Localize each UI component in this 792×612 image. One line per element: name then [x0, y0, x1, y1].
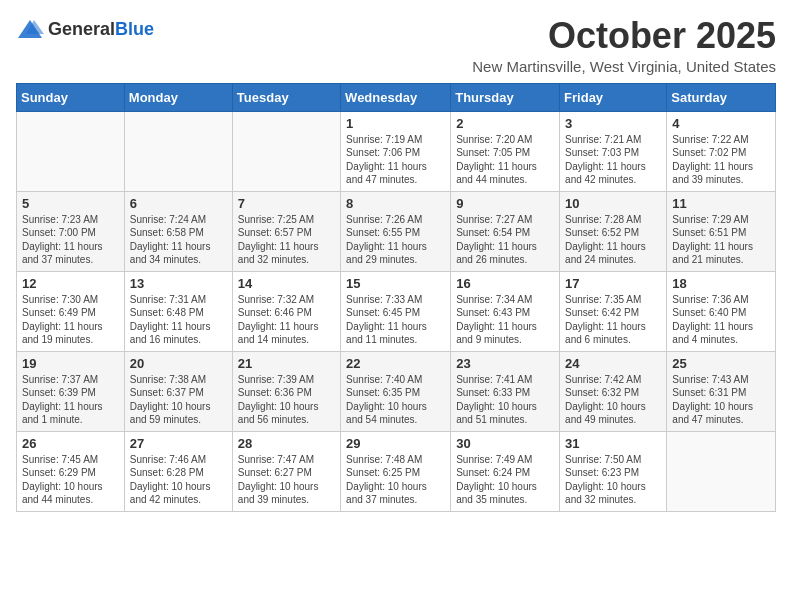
- weekday-header-sunday: Sunday: [17, 83, 125, 111]
- day-number: 20: [130, 356, 227, 371]
- day-number: 11: [672, 196, 770, 211]
- day-info: Sunrise: 7:31 AM Sunset: 6:48 PM Dayligh…: [130, 293, 227, 347]
- day-number: 22: [346, 356, 445, 371]
- day-info: Sunrise: 7:37 AM Sunset: 6:39 PM Dayligh…: [22, 373, 119, 427]
- day-info: Sunrise: 7:35 AM Sunset: 6:42 PM Dayligh…: [565, 293, 661, 347]
- calendar-day-cell: 7Sunrise: 7:25 AM Sunset: 6:57 PM Daylig…: [232, 191, 340, 271]
- calendar-week-row: 12Sunrise: 7:30 AM Sunset: 6:49 PM Dayli…: [17, 271, 776, 351]
- day-info: Sunrise: 7:28 AM Sunset: 6:52 PM Dayligh…: [565, 213, 661, 267]
- day-info: Sunrise: 7:25 AM Sunset: 6:57 PM Dayligh…: [238, 213, 335, 267]
- day-number: 12: [22, 276, 119, 291]
- day-number: 1: [346, 116, 445, 131]
- calendar-day-cell: 26Sunrise: 7:45 AM Sunset: 6:29 PM Dayli…: [17, 431, 125, 511]
- day-info: Sunrise: 7:29 AM Sunset: 6:51 PM Dayligh…: [672, 213, 770, 267]
- weekday-header-thursday: Thursday: [451, 83, 560, 111]
- calendar-day-cell: [124, 111, 232, 191]
- calendar-day-cell: 8Sunrise: 7:26 AM Sunset: 6:55 PM Daylig…: [341, 191, 451, 271]
- day-number: 21: [238, 356, 335, 371]
- calendar-day-cell: 1Sunrise: 7:19 AM Sunset: 7:06 PM Daylig…: [341, 111, 451, 191]
- calendar-day-cell: 14Sunrise: 7:32 AM Sunset: 6:46 PM Dayli…: [232, 271, 340, 351]
- calendar-day-cell: 19Sunrise: 7:37 AM Sunset: 6:39 PM Dayli…: [17, 351, 125, 431]
- page-subtitle: New Martinsville, West Virginia, United …: [472, 58, 776, 75]
- day-info: Sunrise: 7:39 AM Sunset: 6:36 PM Dayligh…: [238, 373, 335, 427]
- calendar-day-cell: 25Sunrise: 7:43 AM Sunset: 6:31 PM Dayli…: [667, 351, 776, 431]
- day-number: 13: [130, 276, 227, 291]
- day-info: Sunrise: 7:45 AM Sunset: 6:29 PM Dayligh…: [22, 453, 119, 507]
- logo: GeneralBlue: [16, 16, 154, 44]
- day-info: Sunrise: 7:33 AM Sunset: 6:45 PM Dayligh…: [346, 293, 445, 347]
- calendar-day-cell: [17, 111, 125, 191]
- calendar-day-cell: 18Sunrise: 7:36 AM Sunset: 6:40 PM Dayli…: [667, 271, 776, 351]
- page-header: GeneralBlue October 2025 New Martinsvill…: [16, 16, 776, 75]
- logo-general: GeneralBlue: [48, 20, 154, 40]
- calendar-day-cell: [232, 111, 340, 191]
- day-number: 19: [22, 356, 119, 371]
- day-info: Sunrise: 7:48 AM Sunset: 6:25 PM Dayligh…: [346, 453, 445, 507]
- calendar-week-row: 19Sunrise: 7:37 AM Sunset: 6:39 PM Dayli…: [17, 351, 776, 431]
- day-number: 14: [238, 276, 335, 291]
- calendar-day-cell: 23Sunrise: 7:41 AM Sunset: 6:33 PM Dayli…: [451, 351, 560, 431]
- day-info: Sunrise: 7:23 AM Sunset: 7:00 PM Dayligh…: [22, 213, 119, 267]
- day-info: Sunrise: 7:36 AM Sunset: 6:40 PM Dayligh…: [672, 293, 770, 347]
- day-number: 27: [130, 436, 227, 451]
- weekday-header-row: SundayMondayTuesdayWednesdayThursdayFrid…: [17, 83, 776, 111]
- calendar-day-cell: 28Sunrise: 7:47 AM Sunset: 6:27 PM Dayli…: [232, 431, 340, 511]
- calendar-day-cell: [667, 431, 776, 511]
- day-info: Sunrise: 7:50 AM Sunset: 6:23 PM Dayligh…: [565, 453, 661, 507]
- calendar-day-cell: 24Sunrise: 7:42 AM Sunset: 6:32 PM Dayli…: [560, 351, 667, 431]
- weekday-header-monday: Monday: [124, 83, 232, 111]
- day-info: Sunrise: 7:40 AM Sunset: 6:35 PM Dayligh…: [346, 373, 445, 427]
- calendar-week-row: 5Sunrise: 7:23 AM Sunset: 7:00 PM Daylig…: [17, 191, 776, 271]
- day-number: 10: [565, 196, 661, 211]
- day-info: Sunrise: 7:21 AM Sunset: 7:03 PM Dayligh…: [565, 133, 661, 187]
- calendar-day-cell: 30Sunrise: 7:49 AM Sunset: 6:24 PM Dayli…: [451, 431, 560, 511]
- calendar-day-cell: 10Sunrise: 7:28 AM Sunset: 6:52 PM Dayli…: [560, 191, 667, 271]
- day-info: Sunrise: 7:27 AM Sunset: 6:54 PM Dayligh…: [456, 213, 554, 267]
- day-info: Sunrise: 7:41 AM Sunset: 6:33 PM Dayligh…: [456, 373, 554, 427]
- calendar-table: SundayMondayTuesdayWednesdayThursdayFrid…: [16, 83, 776, 512]
- calendar-day-cell: 2Sunrise: 7:20 AM Sunset: 7:05 PM Daylig…: [451, 111, 560, 191]
- day-info: Sunrise: 7:42 AM Sunset: 6:32 PM Dayligh…: [565, 373, 661, 427]
- day-info: Sunrise: 7:49 AM Sunset: 6:24 PM Dayligh…: [456, 453, 554, 507]
- calendar-day-cell: 6Sunrise: 7:24 AM Sunset: 6:58 PM Daylig…: [124, 191, 232, 271]
- day-number: 26: [22, 436, 119, 451]
- day-number: 15: [346, 276, 445, 291]
- day-number: 5: [22, 196, 119, 211]
- calendar-week-row: 26Sunrise: 7:45 AM Sunset: 6:29 PM Dayli…: [17, 431, 776, 511]
- day-number: 23: [456, 356, 554, 371]
- day-number: 2: [456, 116, 554, 131]
- calendar-day-cell: 3Sunrise: 7:21 AM Sunset: 7:03 PM Daylig…: [560, 111, 667, 191]
- calendar-day-cell: 22Sunrise: 7:40 AM Sunset: 6:35 PM Dayli…: [341, 351, 451, 431]
- calendar-day-cell: 31Sunrise: 7:50 AM Sunset: 6:23 PM Dayli…: [560, 431, 667, 511]
- day-info: Sunrise: 7:22 AM Sunset: 7:02 PM Dayligh…: [672, 133, 770, 187]
- day-number: 30: [456, 436, 554, 451]
- day-number: 17: [565, 276, 661, 291]
- calendar-week-row: 1Sunrise: 7:19 AM Sunset: 7:06 PM Daylig…: [17, 111, 776, 191]
- calendar-day-cell: 20Sunrise: 7:38 AM Sunset: 6:37 PM Dayli…: [124, 351, 232, 431]
- day-number: 25: [672, 356, 770, 371]
- weekday-header-friday: Friday: [560, 83, 667, 111]
- calendar-day-cell: 9Sunrise: 7:27 AM Sunset: 6:54 PM Daylig…: [451, 191, 560, 271]
- day-number: 4: [672, 116, 770, 131]
- calendar-day-cell: 15Sunrise: 7:33 AM Sunset: 6:45 PM Dayli…: [341, 271, 451, 351]
- calendar-day-cell: 13Sunrise: 7:31 AM Sunset: 6:48 PM Dayli…: [124, 271, 232, 351]
- calendar-day-cell: 29Sunrise: 7:48 AM Sunset: 6:25 PM Dayli…: [341, 431, 451, 511]
- calendar-day-cell: 21Sunrise: 7:39 AM Sunset: 6:36 PM Dayli…: [232, 351, 340, 431]
- page-title: October 2025: [472, 16, 776, 56]
- day-number: 9: [456, 196, 554, 211]
- day-info: Sunrise: 7:43 AM Sunset: 6:31 PM Dayligh…: [672, 373, 770, 427]
- weekday-header-wednesday: Wednesday: [341, 83, 451, 111]
- day-info: Sunrise: 7:38 AM Sunset: 6:37 PM Dayligh…: [130, 373, 227, 427]
- day-info: Sunrise: 7:46 AM Sunset: 6:28 PM Dayligh…: [130, 453, 227, 507]
- calendar-day-cell: 17Sunrise: 7:35 AM Sunset: 6:42 PM Dayli…: [560, 271, 667, 351]
- calendar-day-cell: 4Sunrise: 7:22 AM Sunset: 7:02 PM Daylig…: [667, 111, 776, 191]
- day-info: Sunrise: 7:19 AM Sunset: 7:06 PM Dayligh…: [346, 133, 445, 187]
- weekday-header-saturday: Saturday: [667, 83, 776, 111]
- day-number: 28: [238, 436, 335, 451]
- day-number: 24: [565, 356, 661, 371]
- day-number: 31: [565, 436, 661, 451]
- day-info: Sunrise: 7:32 AM Sunset: 6:46 PM Dayligh…: [238, 293, 335, 347]
- title-area: October 2025 New Martinsville, West Virg…: [472, 16, 776, 75]
- day-info: Sunrise: 7:26 AM Sunset: 6:55 PM Dayligh…: [346, 213, 445, 267]
- weekday-header-tuesday: Tuesday: [232, 83, 340, 111]
